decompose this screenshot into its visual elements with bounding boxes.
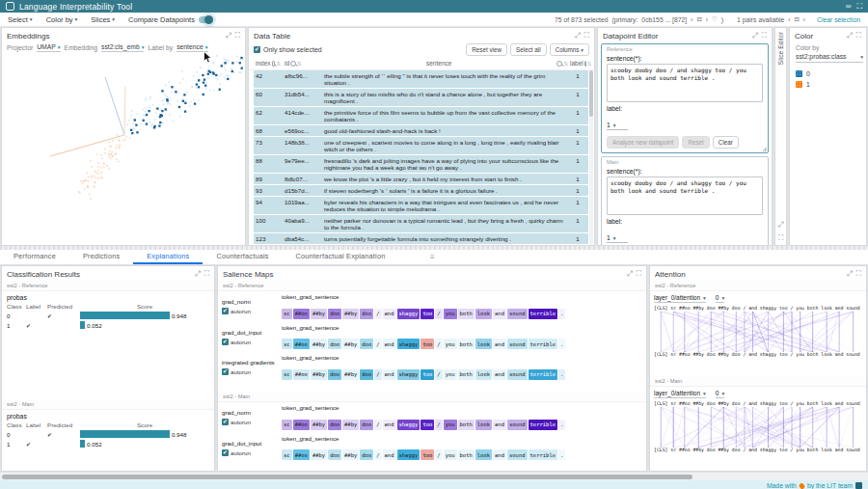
expand-icon[interactable]: ⤢ [847,32,853,40]
reset-view-button[interactable]: Reset view [466,43,507,56]
maximize-icon[interactable]: ⛶ [778,233,783,243]
saliency-token[interactable]: sc [282,449,292,460]
saliency-token[interactable]: doo [360,369,373,380]
saliency-token[interactable]: and [493,369,506,380]
tab-predictions[interactable]: Predictions [69,250,133,264]
saliency-token[interactable]: ##oo [293,309,310,319]
embeddings-scatter-plot[interactable] [2,54,245,245]
search-icon[interactable] [290,61,296,67]
color-by-menu[interactable]: Color by▾ [46,15,78,24]
autorun-checkbox[interactable]: ✔ [222,419,229,425]
saliency-token[interactable]: both [458,369,475,380]
clear-selection-link[interactable]: Clear selection [817,16,860,23]
saliency-token[interactable]: / [374,369,381,380]
expand-icon[interactable]: ⤢ [778,220,784,230]
column-header-index[interactable]: index⇅ [254,59,283,68]
saliency-token[interactable]: ##by [311,339,327,349]
analyze-new-datapoint-button[interactable]: Analyze new datapoint [607,136,679,149]
sentence-textarea[interactable]: scooby dooby doo / and shaggy too / you … [607,64,763,102]
table-row[interactable]: 941019aa...byler reveals his characters … [254,197,588,214]
saliency-token[interactable]: both [458,449,475,460]
splitter-drag-handle-icon[interactable]: ≡ [430,253,435,261]
expand-icon[interactable]: ⤢ [752,32,758,40]
horizontal-scrollbar[interactable] [0,472,868,480]
saliency-token[interactable]: too [420,369,434,380]
tab-counterfactual-explanation[interactable]: Counterfactual Explanation [283,250,399,264]
reset-button[interactable]: Reset [682,136,709,149]
label-by-select[interactable]: sentence▾ [176,43,207,52]
saliency-token[interactable]: ##oo [293,369,310,380]
attention-layer-select[interactable]: layer_0/attention▾ [654,390,706,398]
slices-menu[interactable]: Slices▾ [91,15,115,24]
saliency-token[interactable]: . [558,449,565,460]
saliency-token[interactable]: you [444,309,457,319]
saliency-token[interactable]: both [458,420,475,430]
saliency-token[interactable]: and [383,339,396,349]
saliency-token[interactable]: look [475,420,492,430]
table-row[interactable]: 123dba54c...turns potentially forgettabl… [254,233,588,244]
saliency-token[interactable]: and [493,339,506,349]
saliency-token[interactable]: sc [282,369,292,380]
prev-datapoint-icon[interactable]: ‹ [691,16,692,23]
saliency-token[interactable]: you [444,369,457,380]
saliency-token[interactable]: sound [507,420,528,430]
next-datapoint-icon[interactable]: › [706,16,708,23]
classification-row[interactable]: 0✔0.948 [7,430,209,438]
prev-pair-icon[interactable]: ‹ [788,16,790,23]
saliency-token[interactable]: ##by [342,309,359,319]
table-row[interactable]: 89fb8c07...we know the plot 's a little … [254,174,588,184]
saliency-token[interactable]: shaggy [397,309,420,319]
autorun-checkbox[interactable]: ✔ [222,449,229,456]
only-show-selected-option[interactable]: ✔ Only show selected [254,46,322,53]
saliency-token[interactable]: sc [282,420,292,430]
autorun-checkbox[interactable]: ✔ [222,339,229,345]
saliency-token[interactable]: look [475,449,492,460]
saliency-token[interactable]: too [420,339,434,349]
classification-row[interactable]: 0✔0.948 [7,312,209,319]
clear-button[interactable]: Clear [713,136,739,149]
table-row[interactable]: 73148b38...one of creepiest , scariest m… [254,137,588,154]
saliency-token[interactable]: doo [360,449,373,460]
resize-grip-icon[interactable] [762,147,767,151]
saliency-token[interactable]: / [435,309,442,319]
saliency-token[interactable]: ##oo [293,449,310,460]
column-header-sentence[interactable]: sentence [321,59,556,68]
saliency-token[interactable]: doo [360,309,373,319]
saliency-token[interactable]: terrible [529,309,558,319]
saliency-token[interactable]: both [458,339,475,349]
maximize-icon[interactable]: ⛶ [235,32,240,40]
saliency-token[interactable]: / [435,420,442,430]
expand-icon[interactable]: ⤢ [195,270,201,278]
saliency-token[interactable]: . [558,369,565,380]
saliency-token[interactable]: and [493,449,506,460]
saliency-token[interactable]: ##by [342,339,359,349]
saliency-token[interactable]: ##by [342,449,359,460]
saliency-token[interactable]: look [475,369,492,380]
saliency-token[interactable]: ##by [311,420,327,430]
saliency-token[interactable]: you [444,420,457,430]
scrollbar-thumb[interactable] [2,475,692,479]
saliency-token[interactable]: doo [328,339,341,349]
saliency-token[interactable]: / [374,420,381,430]
columns-button[interactable]: Columns ▾ [550,43,589,56]
saliency-token[interactable]: ##oo [293,420,310,430]
classification-row[interactable]: 1✔0.052 [7,321,209,329]
label-select[interactable]: 1▾ [607,122,628,130]
saliency-token[interactable]: and [383,309,396,319]
saliency-token[interactable]: ##by [311,369,327,380]
saliency-token[interactable]: / [435,339,442,349]
saliency-token[interactable]: sound [507,339,528,349]
saliency-token[interactable]: look [475,309,492,319]
sentence-textarea[interactable]: scooby dooby doo / and shaggy too / you … [607,177,763,215]
saliency-token[interactable]: doo [360,420,373,430]
saliency-token[interactable]: sound [507,369,528,380]
saliency-token[interactable]: sound [507,449,528,460]
maximize-icon[interactable]: ⛶ [584,32,589,40]
saliency-token[interactable]: / [374,339,381,349]
saliency-token[interactable]: you [444,449,457,460]
search-icon[interactable] [556,61,562,67]
autorun-checkbox[interactable]: ✔ [222,368,229,375]
saliency-token[interactable]: both [458,309,475,319]
attention-head-select[interactable]: 0▾ [716,294,724,303]
autorun-option[interactable]: ✔autorun [222,308,282,314]
